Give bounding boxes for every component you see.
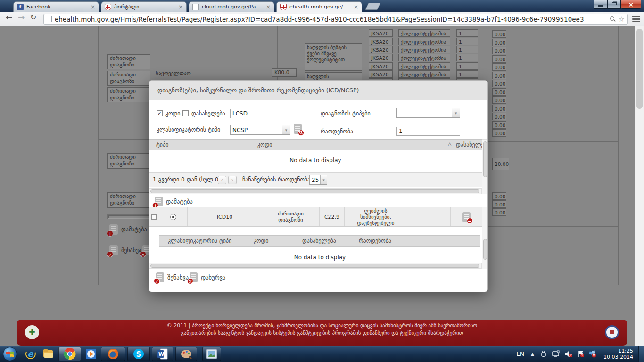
diagnosis-type-box: ძირითადი დიაგნოზი [107, 71, 150, 86]
service-name: ქოლეცისტექტომია [398, 38, 450, 45]
name-checkbox[interactable] [182, 110, 189, 116]
tab-facebook[interactable]: f Facebook × [13, 1, 99, 12]
name-checkbox-label: დასახელება [191, 110, 225, 117]
clock[interactable]: 11:25 10.03.2014 [603, 348, 633, 360]
page-size-select[interactable]: 25▾ [309, 175, 327, 185]
grid1-col-type[interactable]: ტიპი [156, 141, 168, 148]
delete-doc-icon[interactable]: − [462, 212, 471, 222]
row-delete-cell[interactable]: − [451, 207, 482, 226]
grid-line [364, 26, 364, 80]
tray-expand-icon[interactable]: ▲ [531, 352, 534, 356]
bg-add-button[interactable]: + დამატება [109, 224, 147, 235]
service-name: ქოლეცისტექტომია [398, 29, 450, 37]
tab-close-icon[interactable]: × [91, 4, 95, 10]
tab-close-icon[interactable]: × [354, 4, 358, 10]
page-favicon-icon [192, 4, 199, 10]
new-tab-button[interactable] [365, 3, 381, 10]
chevron-down-icon[interactable]: ▾ [452, 108, 460, 117]
bookmark-star-icon[interactable]: ☆ [619, 15, 625, 24]
taskbar-photo-viewer-button[interactable] [202, 347, 221, 361]
back-button[interactable]: ← [6, 13, 12, 22]
code-checkbox[interactable]: ✓ [157, 110, 163, 116]
grid2-horizontal-scrollbar[interactable] [149, 263, 482, 269]
radio-cell[interactable] [159, 207, 188, 226]
quantity-input[interactable]: 1 [396, 127, 460, 136]
close-button[interactable]: ✕ დახურვა [190, 272, 225, 282]
amount-box: 0.00 [492, 47, 506, 54]
grid2-col-code[interactable]: კოდი [254, 238, 269, 244]
action-center-flag-icon[interactable] [577, 350, 585, 358]
tab-close-icon[interactable]: × [178, 4, 183, 10]
bg-save-button[interactable]: ✓ შენახვა [109, 245, 141, 255]
tab-portal[interactable]: პორტალი × [101, 1, 187, 12]
amount-box: 0.00 [492, 208, 506, 216]
tab-ehealth-active[interactable]: ehealth.moh.gov.ge/Hmis × [276, 1, 362, 12]
crest-favicon-icon [280, 4, 287, 10]
taskbar-explorer-icon[interactable] [41, 347, 57, 361]
icd-code-box: K80.0 [272, 68, 297, 77]
amount-total-box: 20.00 [492, 158, 509, 170]
taskbar-chrome-button-active[interactable] [58, 347, 81, 361]
taskbar-wmp-icon[interactable] [83, 347, 99, 361]
grid2-vertical-scrollbar[interactable] [482, 207, 488, 269]
add-diagnosis-button[interactable]: + დამატება [155, 197, 193, 206]
collapse-icon[interactable]: − [151, 214, 157, 220]
diagnosis-types-dropdown[interactable]: ▾ [396, 108, 460, 118]
amount-box: 0.00 [492, 105, 506, 112]
taskbar-word-button[interactable]: W [152, 347, 173, 361]
save-doc-icon: ✓ [156, 272, 164, 282]
classifier-search-button[interactable] [294, 124, 302, 134]
code-checkbox-label: კოდი [165, 110, 181, 117]
show-desktop-button[interactable] [638, 346, 644, 362]
grid2-col-name[interactable]: დასახელება [302, 238, 336, 244]
url-text[interactable]: ehealth.moh.gov.ge/Hmis/ReferralsTest/Pa… [55, 16, 610, 23]
grid2-col-qty[interactable]: რაოდენობა [359, 238, 391, 244]
scrollbar-thumb[interactable] [636, 29, 643, 109]
restore-button[interactable] [607, 0, 621, 9]
amount-box: 0.00 [492, 80, 506, 87]
url-bar[interactable]: ehealth.moh.gov.ge/Hmis/ReferralsTest/Pa… [43, 14, 628, 25]
pager-prev-button[interactable]: ‹ [218, 176, 226, 184]
service-code: JKSA20 [369, 38, 393, 45]
tab-cloud[interactable]: cloud.moh.gov.ge/Pages/ × [189, 1, 274, 12]
minimize-button[interactable] [594, 0, 607, 9]
row-radio-selected[interactable] [170, 214, 176, 220]
grid2-col-classifier[interactable]: კლასიფიკატორის ტიპი [168, 238, 231, 244]
search-code-input[interactable]: LCSD [230, 109, 294, 118]
grid2-header: კლასიფიკატორის ტიპი კოდი დასახელება რაოდ… [159, 235, 480, 247]
taskbar-firefox-button[interactable] [101, 347, 125, 361]
diagnosis-type-box: ძირითადი დიაგნოზი [107, 192, 150, 208]
tab-close-icon[interactable]: × [266, 4, 271, 10]
language-indicator[interactable]: EN [517, 351, 525, 357]
network-icon[interactable] [552, 350, 560, 358]
search-zoom-icon[interactable] [610, 16, 616, 22]
row-diagnosis-type: ძირითადი დიაგნოზი [262, 207, 320, 226]
taskbar-skype-button[interactable]: S [127, 347, 150, 361]
sync-error-icon[interactable] [589, 350, 596, 358]
pager-next-button[interactable]: › [228, 176, 237, 184]
grid1-col-code[interactable]: კოდი [257, 141, 272, 148]
close-window-button[interactable]: × [621, 0, 641, 9]
start-button[interactable] [3, 347, 17, 361]
diagnosis-name-box: ნაღვლის ბუშტის ქვები მწვავე ქოლეცისტიტით [305, 43, 362, 71]
volume-muted-icon[interactable] [564, 350, 573, 358]
browser-scrollbar[interactable] [635, 26, 644, 346]
diagnosis-type-box: ძირითადი დიაგნოზი [107, 87, 150, 102]
save-button[interactable]: ✓ შენახვა [156, 272, 189, 282]
menu-icon[interactable] [632, 16, 640, 22]
chevron-down-icon[interactable]: ▾ [320, 175, 327, 184]
classifier-type-select[interactable]: NCSP▾ [230, 125, 290, 135]
grid1-vertical-scrollbar[interactable] [482, 139, 488, 194]
taskbar-paint-button[interactable] [175, 347, 197, 361]
taskbar-ie-icon[interactable]: e [23, 347, 39, 361]
amount-box: 0.00 [492, 39, 506, 46]
forward-button[interactable]: → [18, 13, 25, 22]
power-icon[interactable] [540, 350, 547, 358]
grid1-horizontal-scrollbar[interactable] [149, 188, 482, 194]
browser-toolbar: ← → ↻ ehealth.moh.gov.ge/Hmis/ReferralsT… [0, 12, 644, 26]
expander-cell[interactable]: − [149, 207, 159, 226]
chevron-down-icon[interactable]: ▾ [282, 125, 290, 134]
selected-diagnosis-row[interactable]: − ICD10 ძირითადი დიაგნოზი C22.9 ღვიძლის … [149, 207, 482, 227]
sort-asc-icon: △ [448, 141, 452, 147]
reload-button[interactable]: ↻ [30, 13, 36, 22]
